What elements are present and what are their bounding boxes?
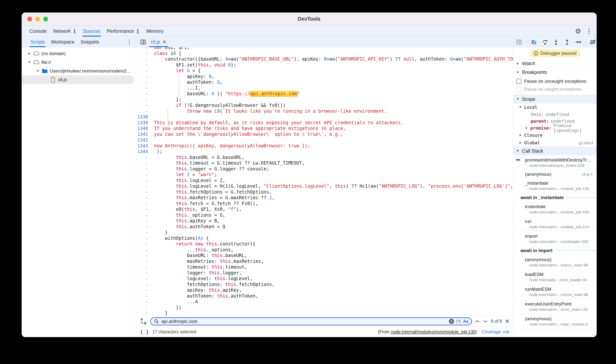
callstack-frame[interactable]: executeUserEntryPointnode:internal/m…s/r… <box>513 299 597 314</box>
callstack-frame[interactable]: (anonymous)node:internal/m…es/run_main:9… <box>513 255 597 270</box>
pretty-print-icon[interactable]: { } <box>140 329 149 335</box>
code-line[interactable]: - $F1.set(this, void 0); <box>136 62 513 68</box>
code-line[interactable]: - constructor({baseURL: A=ao("ANTHROPIC_… <box>136 56 513 62</box>
toggle-sidebar-panel-icon[interactable] <box>516 38 523 46</box>
code-line[interactable]: - } <box>136 310 513 316</box>
navigator-tab-workspace[interactable]: Workspace <box>48 37 78 47</box>
chevron-down-icon[interactable] <box>35 69 41 73</box>
zoom-window-button[interactable] <box>43 17 48 21</box>
code-line[interactable]: - withOptions(A) { <box>136 235 513 241</box>
line-number[interactable]: - <box>136 51 151 56</box>
code-line[interactable]: - authToken: this.authToken, <box>136 293 513 299</box>
code-line[interactable]: - this.logLevel = Hc1(G.logLevel, "Clien… <box>136 183 513 189</box>
line-number[interactable]: 1344 <box>136 149 151 155</box>
line-number[interactable]: 1339 <box>136 120 151 126</box>
tab-sources[interactable]: Sources <box>80 26 104 37</box>
code-line[interactable]: - this.baseURL = G.baseURL, <box>136 155 513 160</box>
code-line[interactable]: - fetchOptions: this.fetchOptions, <box>136 282 513 287</box>
line-number[interactable]: - <box>136 276 151 282</box>
breakpoints-section-header[interactable]: Breakpoints <box>513 68 597 77</box>
code-line[interactable]: - if (!G.dangerouslyAllowBrowser && Ys0(… <box>136 103 513 108</box>
scope-variable-this[interactable]: this:undefined <box>513 111 597 118</box>
code-line[interactable]: - } <box>136 230 513 235</box>
line-number[interactable]: 1340 <box>136 126 151 131</box>
line-number[interactable]: - <box>136 91 151 97</box>
checkbox-pause-on-uncaught-exceptions[interactable]: Pause on uncaught exceptions <box>513 77 597 85</box>
line-number[interactable]: - <box>136 178 151 183</box>
line-number[interactable]: - <box>136 56 151 62</box>
code-line[interactable]: 1344`); <box>136 149 513 155</box>
line-number[interactable]: - <box>136 264 151 270</box>
navigator-tab-scripts[interactable]: Scripts <box>27 37 48 47</box>
match-case-toggle[interactable]: Aa <box>463 319 468 324</box>
line-number[interactable]: 1342 <box>136 137 151 143</box>
line-number[interactable]: - <box>136 85 151 91</box>
line-number[interactable]: - <box>136 293 151 299</box>
previous-match-icon[interactable] <box>475 320 480 323</box>
tab-console[interactable]: Console <box>26 26 50 37</box>
callstack-frame[interactable]: promiseInitHookWithDestroyTr…node:intern… <box>513 155 597 170</box>
step-into-icon[interactable] <box>552 38 560 46</box>
code-line[interactable]: - this.fetch = G.fetch ?? Fs0(), <box>136 201 513 207</box>
checkbox-pause-on-caught-exceptions[interactable]: Pause on caught exceptions <box>513 85 597 93</box>
minimize-window-button[interactable] <box>35 17 40 21</box>
tree-item-users-jinhuilee-nvm-versions-node-v2-[interactable]: Users/jinhuilee/.nvm/versions/node/v2… <box>22 67 136 75</box>
line-number[interactable]: - <box>136 172 151 178</box>
line-number[interactable]: - <box>136 47 151 51</box>
scope-section-local[interactable]: Local <box>513 104 597 111</box>
settings-gear-icon[interactable]: ⚙ <box>575 28 581 35</box>
navigator-tab-snippets[interactable]: Snippets <box>78 37 102 47</box>
regex-toggle[interactable]: (*) <box>456 319 461 324</box>
line-number[interactable]: - <box>136 310 151 316</box>
code-line[interactable]: 1342 <box>136 137 513 143</box>
tree-item-cli-js[interactable]: cli.js <box>22 75 134 84</box>
line-number[interactable]: - <box>136 97 151 103</box>
line-number[interactable]: - <box>136 79 151 85</box>
line-number[interactable]: - <box>136 282 151 287</box>
line-number[interactable]: - <box>136 230 151 235</box>
coverage-link[interactable]: Coverage: n/a <box>482 329 509 335</box>
line-number[interactable]: - <box>136 207 151 212</box>
line-number[interactable]: - <box>136 224 151 230</box>
line-number[interactable]: - <box>136 160 151 166</box>
callstack-frame[interactable]: loadESMnode:internal/p…/esm_loader:34 <box>513 270 597 285</box>
scope-variable-promise[interactable]: promise:Promise {<pending>} <box>513 125 597 131</box>
step-icon[interactable] <box>574 38 582 46</box>
code-line[interactable]: - this.apiKey = B, <box>136 218 513 224</box>
code-line[interactable]: - let G = { <box>136 68 513 74</box>
more-options-icon[interactable]: ⋮ <box>586 28 592 35</box>
line-number[interactable]: - <box>136 166 151 172</box>
tab-memory[interactable]: Memory <box>143 26 167 37</box>
line-number[interactable]: - <box>136 259 151 264</box>
line-number[interactable]: - <box>136 189 151 195</box>
code-line[interactable]: - throw new L9(`It looks like you're run… <box>136 108 513 114</box>
line-number[interactable]: - <box>136 299 151 305</box>
line-number[interactable]: - <box>136 103 151 108</box>
close-tab-icon[interactable]: ✕ <box>162 39 167 45</box>
source-origin-link[interactable]: node:internal/modules/esm/module_job:130 <box>391 329 476 334</box>
code-line[interactable]: - o9(this, $F1, Xs0, "f"), <box>136 207 513 212</box>
code-line[interactable]: - this.timeout = G.timeout ?? Lw.DEFAULT… <box>136 160 513 166</box>
chevron-right-icon[interactable] <box>525 127 528 130</box>
code-line[interactable]: - ...A <box>136 299 513 305</box>
chevron-right-icon[interactable] <box>27 52 32 55</box>
step-out-icon[interactable] <box>563 38 571 46</box>
chevron-down-icon[interactable] <box>27 61 32 64</box>
line-number[interactable]: - <box>136 287 151 293</box>
line-number[interactable]: 1338 <box>136 114 151 120</box>
code-line[interactable]: - let Z = "warn"; <box>136 172 513 178</box>
code-line[interactable]: - }; <box>136 97 513 103</box>
line-number[interactable]: - <box>136 218 151 224</box>
scope-section-header[interactable]: Scope <box>513 95 597 104</box>
code-line[interactable]: - maxRetries: this.maxRetries, <box>136 259 513 264</box>
code-line[interactable]: - authToken: Q, <box>136 79 513 85</box>
callstack-frame[interactable]: (anonymous)node:internal/m…main_module:2 <box>513 314 597 329</box>
code-line[interactable]: -class $8 { <box>136 51 513 56</box>
clear-search-icon[interactable]: ✕ <box>449 319 454 324</box>
callstack-frame[interactable]: runnode:internal/m…module_job:214 <box>513 217 597 232</box>
code-line[interactable]: 1340If you understand the risks and have… <box>136 126 513 131</box>
file-tab-clijs[interactable]: cli.js ✕ <box>148 37 169 47</box>
code-line[interactable]: - timeout: this.timeout, <box>136 264 513 270</box>
code-line[interactable]: -var Xs0, $F1; <box>136 47 513 51</box>
code-line[interactable]: 1339This is disabled by default, as it r… <box>136 120 513 126</box>
